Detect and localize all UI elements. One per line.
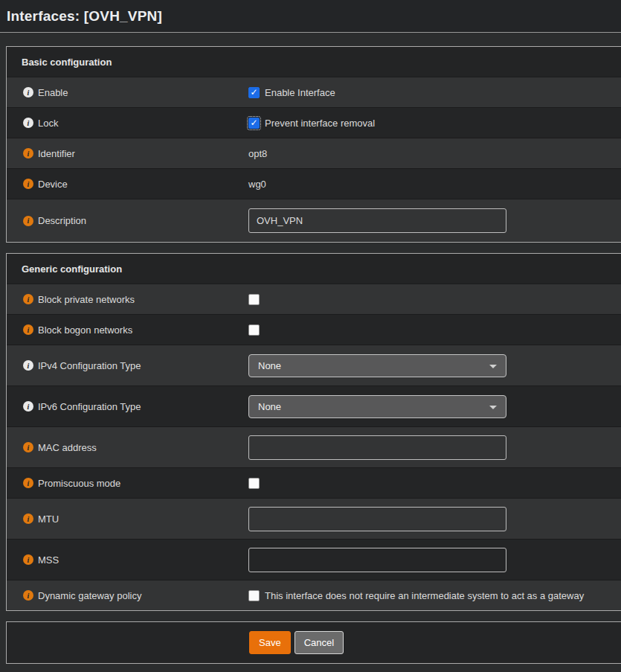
mss-input[interactable] [248,548,506,572]
field-label: Block private networks [38,294,135,305]
field-control-cell [248,294,621,305]
field-label-cell: iMSS [7,554,248,566]
info-icon[interactable]: i [23,87,33,97]
field-label-cell: iDescription [7,215,248,226]
info-icon[interactable]: i [23,590,33,601]
field-row-device: iDevicewg0 [7,168,621,199]
field-label-cell: iIPv6 Configuration Type [7,401,248,412]
lock-checkbox[interactable]: ✓ [248,118,260,129]
field-row-block-bogon-networks: iBlock bogon networks [7,314,621,345]
field-label: IPv6 Configuration Type [38,401,141,412]
field-control-cell [248,548,621,572]
info-icon[interactable]: i [23,513,33,524]
field-label-cell: iDevice [7,179,248,190]
panel-header: Basic configuration [7,47,621,77]
field-control-cell [248,435,621,460]
field-control-cell: wg0 [248,179,621,190]
field-row-enable: iEnable✓Enable Interface [7,77,621,107]
field-label: IPv4 Configuration Type [38,360,141,371]
page-title-bar: Interfaces: [OVH_VPN] [0,0,621,33]
field-label: Description [38,215,86,226]
dynamic-gateway-policy-checkbox[interactable] [248,590,260,601]
info-icon[interactable]: i [23,324,33,335]
field-row-mtu: iMTU [7,498,621,539]
field-row-block-private-networks: iBlock private networks [7,284,621,314]
field-label-cell: iMAC address [7,442,248,453]
field-control-cell: ✓Enable Interface [248,87,621,98]
field-control-cell [248,208,621,233]
field-label: Enable [38,87,68,98]
field-label: MTU [38,513,59,525]
ipv6-configuration-type-select[interactable]: None [248,395,506,418]
panel-generic-configuration: Generic configurationiBlock private netw… [6,253,621,611]
info-icon[interactable]: i [23,148,33,159]
info-icon[interactable]: i [23,118,33,128]
panel-basic-configuration: Basic configurationiEnable✓Enable Interf… [6,46,621,243]
field-label-cell: iEnable [7,87,248,98]
ipv6-configuration-type-selected-value: None [258,401,281,412]
field-control-cell [248,324,621,336]
field-label: Lock [38,118,58,129]
info-icon[interactable]: i [23,360,33,371]
enable-checkbox[interactable]: ✓ [248,87,260,98]
field-control-cell [248,478,621,489]
promiscuous-mode-checkbox[interactable] [248,478,260,489]
dynamic-gateway-policy-checkbox-label: This interface does not require an inter… [265,590,584,601]
field-label-cell: iMTU [7,513,248,525]
description-input[interactable] [248,208,506,233]
page-title: Interfaces: [OVH_VPN] [7,8,162,25]
field-row-ipv4-configuration-type: iIPv4 Configuration TypeNone [7,345,621,385]
field-label: Device [38,179,68,190]
info-icon[interactable]: i [23,216,33,226]
field-row-identifier: iIdentifieropt8 [7,138,621,168]
enable-checkbox-label: Enable Interface [265,87,335,98]
info-icon[interactable]: i [23,401,33,412]
field-row-mac-address: iMAC address [7,426,621,467]
field-label-cell: iBlock bogon networks [7,324,248,336]
lock-checkbox-label: Prevent interface removal [265,118,375,129]
chevron-down-icon [489,365,497,368]
field-row-dynamic-gateway-policy: iDynamic gateway policyThis interface do… [7,580,621,610]
field-control-cell: None [248,395,621,418]
field-row-description: iDescription [7,199,621,242]
field-control-cell: This interface does not require an inter… [248,590,621,601]
actions-panel: Save Cancel [6,621,621,664]
info-icon[interactable]: i [23,179,33,189]
field-control-cell: opt8 [248,148,621,159]
field-label-cell: iIdentifier [7,148,248,159]
field-label: MSS [38,554,59,566]
save-button[interactable]: Save [249,631,291,654]
info-icon[interactable]: i [23,478,33,488]
cancel-button[interactable]: Cancel [295,631,344,654]
info-icon[interactable]: i [23,294,33,304]
mac-address-input[interactable] [248,435,506,460]
info-icon[interactable]: i [23,442,33,452]
panel-header: Generic configuration [7,254,621,284]
checkmark-icon: ✓ [250,118,257,127]
form-panels: Basic configurationiEnable✓Enable Interf… [0,46,621,611]
ipv4-configuration-type-selected-value: None [258,360,281,371]
block-private-networks-checkbox[interactable] [248,294,260,305]
mtu-input[interactable] [248,507,506,531]
checkmark-icon: ✓ [250,88,257,97]
field-row-promiscuous-mode: iPromiscuous mode [7,467,621,498]
field-label: Dynamic gateway policy [38,590,141,601]
field-control-cell: None [248,354,621,377]
panel-header-label: Basic configuration [22,57,112,68]
block-bogon-networks-checkbox[interactable] [248,324,260,336]
field-label-cell: iPromiscuous mode [7,478,248,489]
field-row-lock: iLock✓Prevent interface removal [7,107,621,138]
actions-button-group: Save Cancel [249,631,344,654]
field-label: Identifier [38,148,75,159]
field-row-ipv6-configuration-type: iIPv6 Configuration TypeNone [7,385,621,426]
identifier-value: opt8 [248,148,267,159]
device-value: wg0 [248,179,266,190]
field-control-cell [248,507,621,531]
field-label-cell: iLock [7,118,248,129]
info-icon[interactable]: i [23,554,33,565]
field-label-cell: iBlock private networks [7,294,248,305]
field-control-cell: ✓Prevent interface removal [248,118,621,129]
ipv4-configuration-type-select[interactable]: None [248,354,506,377]
field-label: Block bogon networks [38,324,132,336]
field-label: MAC address [38,442,97,453]
